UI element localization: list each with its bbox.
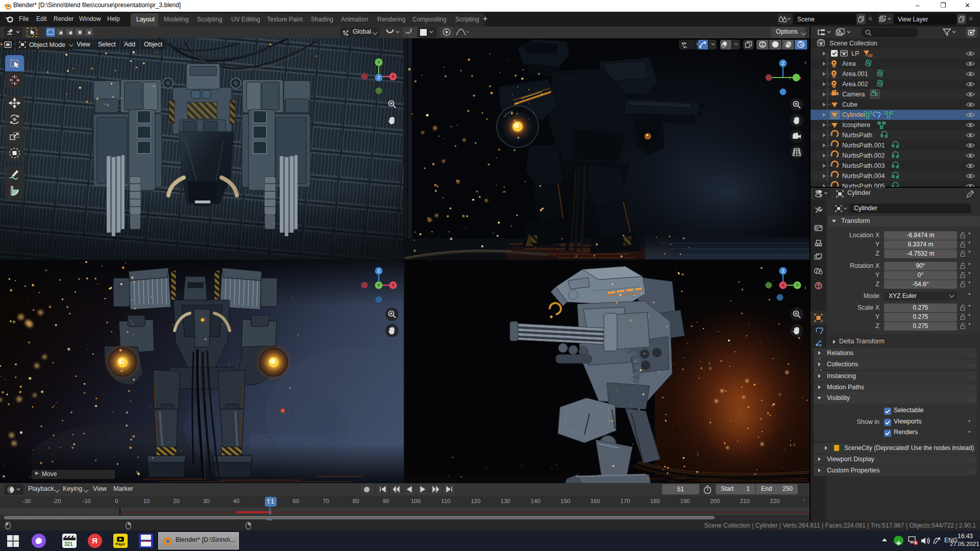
svg-text:+99: +99	[865, 53, 873, 58]
svg-text:321: 321	[64, 541, 73, 547]
